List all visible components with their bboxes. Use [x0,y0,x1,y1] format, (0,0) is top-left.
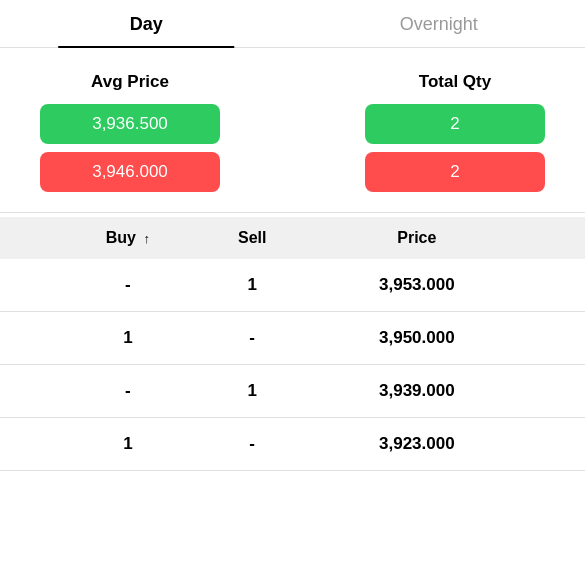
cell-sell-0: 1 [216,259,289,312]
avg-price-green-badge: 3,936.500 [40,104,220,144]
cell-price-2: 3,939.000 [289,365,585,418]
avg-price-col: Avg Price 3,936.500 3,946.000 [40,72,220,192]
summary-section: Avg Price 3,936.500 3,946.000 Total Qty … [0,48,585,212]
total-qty-col: Total Qty 2 2 [365,72,545,192]
avg-price-red-badge: 3,946.000 [40,152,220,192]
cell-sell-3: - [216,418,289,471]
cell-sell-1: - [216,312,289,365]
table-row: -13,939.000 [0,365,585,418]
cell-sell-2: 1 [216,365,289,418]
table-row: 1-3,950.000 [0,312,585,365]
trade-table: Buy ↑ Sell Price -13,953.0001-3,950.000-… [0,217,585,471]
total-qty-red-badge: 2 [365,152,545,192]
cell-price-0: 3,953.000 [289,259,585,312]
avg-price-label: Avg Price [91,72,169,92]
cell-buy-3: 1 [0,418,216,471]
tab-overnight[interactable]: Overnight [293,14,586,47]
cell-buy-0: - [0,259,216,312]
cell-price-3: 3,923.000 [289,418,585,471]
col-header-sell: Sell [216,217,289,259]
total-qty-green-badge: 2 [365,104,545,144]
cell-price-1: 3,950.000 [289,312,585,365]
table-row: -13,953.000 [0,259,585,312]
col-header-buy: Buy ↑ [0,217,216,259]
sort-arrow-icon: ↑ [143,231,150,246]
tab-bar: Day Overnight [0,0,585,48]
table-row: 1-3,923.000 [0,418,585,471]
tab-overnight-label: Overnight [400,14,478,34]
cell-buy-2: - [0,365,216,418]
buy-header-label: Buy [106,229,136,246]
tab-day-label: Day [130,14,163,34]
cell-buy-1: 1 [0,312,216,365]
sell-header-label: Sell [238,229,266,246]
price-header-label: Price [397,229,436,246]
col-header-price: Price [289,217,585,259]
total-qty-label: Total Qty [419,72,491,92]
tab-day[interactable]: Day [0,14,293,47]
table-header-row: Buy ↑ Sell Price [0,217,585,259]
